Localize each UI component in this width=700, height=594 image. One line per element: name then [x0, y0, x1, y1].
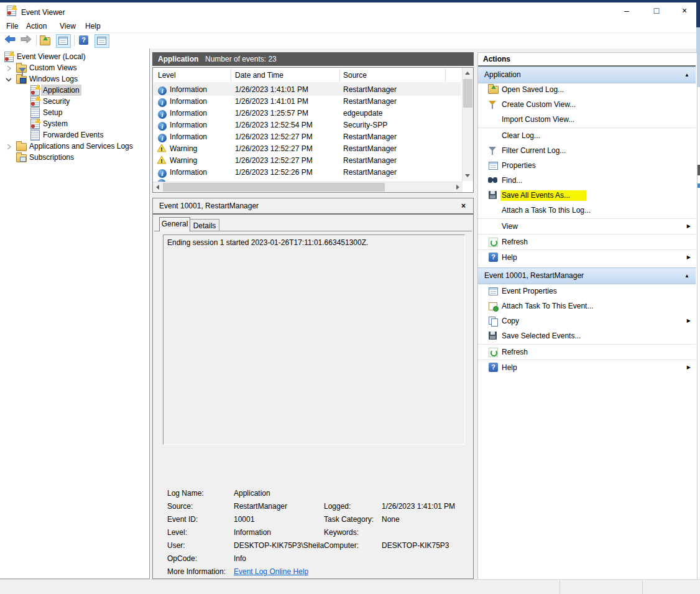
field-label: Log Name: — [167, 489, 204, 498]
action-create-custom-view[interactable]: Create Custom View... — [478, 97, 696, 112]
open-saved-log-icon[interactable] — [40, 34, 52, 47]
collapse-icon[interactable]: ▲ — [684, 67, 689, 83]
collapse-icon[interactable]: ▲ — [684, 268, 689, 284]
event-log-online-help-link[interactable]: Event Log Online Help — [234, 567, 308, 576]
tree-item-applications-services-logs[interactable]: Applications and Services Logs — [0, 141, 148, 152]
column-header-date-time[interactable]: Date and Time — [235, 68, 283, 83]
chevron-down-icon[interactable] — [5, 75, 11, 83]
action-save-all-events-as[interactable]: Save All Events As... — [478, 188, 696, 203]
events-vertical-scrollbar[interactable] — [462, 68, 473, 181]
event-row[interactable]: Information 1/26/2023 12:52:27 PM Restar… — [154, 131, 461, 143]
tree-item-security[interactable]: Security — [0, 96, 148, 107]
warning-icon: ! — [157, 146, 167, 154]
tree-item-windows-logs[interactable]: Windows Logs — [0, 73, 148, 85]
action-refresh-event[interactable]: Refresh — [478, 345, 696, 360]
properties-icon — [488, 286, 498, 296]
back-arrow-icon[interactable] — [4, 34, 16, 47]
action-event-properties[interactable]: Event Properties — [478, 284, 696, 299]
action-attach-task-to-log[interactable]: Attach a Task To this Log... — [478, 203, 696, 218]
field-label: Computer: — [324, 541, 359, 550]
chevron-right-icon[interactable] — [6, 64, 12, 72]
event-row[interactable]: Information 1/26/2023 12:52:54 PM Securi… — [154, 119, 461, 131]
column-separator[interactable] — [339, 69, 340, 81]
actions-section-application[interactable]: Application ▲ — [478, 67, 696, 83]
toolbar-separator — [74, 35, 75, 46]
tree-item-setup[interactable]: Setup — [0, 107, 148, 118]
menu-view[interactable]: View — [57, 21, 78, 32]
scroll-up-icon[interactable] — [465, 72, 470, 75]
chevron-right-icon[interactable] — [6, 142, 12, 150]
menu-help[interactable]: Help — [83, 21, 103, 32]
scrollbar-thumb[interactable] — [463, 79, 472, 108]
tree-item-forwarded-events[interactable]: Forwarded Events — [0, 129, 148, 141]
menu-file[interactable]: File — [4, 21, 21, 32]
action-open-saved-log[interactable]: Open Saved Log... — [478, 82, 696, 97]
submenu-arrow-icon: ▶ — [687, 219, 691, 234]
section-header-text: Application — [484, 67, 521, 83]
events-horizontal-scrollbar[interactable] — [153, 182, 463, 192]
save-icon — [488, 331, 498, 341]
window-title: Event Viewer — [21, 8, 65, 17]
field-label: More Information: — [167, 567, 226, 576]
event-description: Ending session 1 started 2023-01-26T17:1… — [167, 238, 368, 247]
action-help-event[interactable]: Help ▶ — [478, 360, 696, 375]
event-row[interactable]: Information 1/26/2023 12:52:26 PM Restar… — [154, 167, 461, 179]
forward-arrow-icon[interactable] — [20, 34, 32, 47]
tree-item-application[interactable]: Application — [0, 85, 148, 96]
actions-section-event[interactable]: Event 10001, RestartManager ▲ — [478, 267, 696, 284]
event-row[interactable]: ! Warning 1/26/2023 12:52:27 PM RestartM… — [154, 143, 461, 155]
action-find[interactable]: Find... — [478, 173, 696, 188]
minimize-button[interactable]: – — [613, 2, 640, 19]
action-save-selected-events[interactable]: Save Selected Events... — [478, 328, 696, 343]
close-button[interactable]: × — [671, 2, 698, 19]
tree-item-custom-views[interactable]: Custom Views — [0, 62, 148, 73]
actions-pane-title: Actions — [478, 53, 696, 67]
scroll-left-icon[interactable] — [156, 185, 159, 190]
event-description-box[interactable]: Ending session 1 started 2023-01-26T17:1… — [163, 234, 465, 445]
column-header-level[interactable]: Level — [158, 68, 176, 83]
action-filter-current-log[interactable]: Filter Current Log... — [478, 143, 696, 158]
toolbar — [0, 32, 696, 50]
tree-item-event-viewer-local[interactable]: Event Viewer (Local) — [0, 51, 148, 62]
action-copy[interactable]: Copy ▶ — [478, 313, 696, 328]
show-console-tree-icon[interactable] — [56, 34, 71, 48]
help-icon — [488, 253, 498, 262]
menu-action[interactable]: Action — [24, 21, 49, 32]
field-label: Task Category: — [324, 515, 374, 524]
column-separator[interactable] — [231, 69, 231, 81]
action-refresh[interactable]: Refresh — [478, 234, 696, 249]
action-view[interactable]: View ▶ — [478, 219, 696, 234]
tab-details[interactable]: Details — [190, 219, 219, 232]
show-action-pane-icon[interactable] — [94, 34, 109, 48]
events-count: Number of events: 23 — [205, 52, 277, 66]
event-log-icon — [30, 96, 40, 106]
field-value: 1/26/2023 1:41:01 PM — [382, 502, 455, 511]
save-icon — [488, 190, 498, 200]
event-log-plain-icon — [30, 108, 40, 118]
event-row[interactable]: Information 1/26/2023 1:41:01 PM Restart… — [154, 84, 461, 96]
tab-general[interactable]: General — [159, 217, 190, 231]
field-value: 10001 — [234, 515, 254, 524]
action-clear-log[interactable]: Clear Log... — [478, 128, 696, 143]
help-icon[interactable] — [78, 34, 90, 47]
event-row[interactable]: Information 1/26/2023 1:41:01 PM Restart… — [154, 96, 461, 108]
title-bar[interactable]: Event Viewer — [0, 2, 696, 19]
maximize-button[interactable]: □ — [643, 2, 670, 19]
tree-item-system[interactable]: System — [0, 118, 148, 129]
tree-item-subscriptions[interactable]: Subscriptions — [0, 152, 148, 163]
action-attach-task-to-event[interactable]: Attach Task To This Event... — [478, 299, 696, 313]
action-help[interactable]: Help ▶ — [478, 250, 696, 265]
action-properties[interactable]: Properties — [478, 158, 696, 173]
close-icon[interactable]: × — [461, 198, 466, 213]
event-detail-panel: Event 10001, RestartManager × General De… — [152, 198, 474, 579]
event-row[interactable]: ! Warning 1/26/2023 12:52:27 PM RestartM… — [154, 155, 461, 167]
scroll-down-icon[interactable] — [465, 174, 470, 177]
action-import-custom-view[interactable]: Import Custom View... — [478, 112, 696, 127]
column-separator[interactable] — [445, 69, 446, 81]
scrollbar-thumb[interactable] — [163, 183, 385, 192]
event-row[interactable]: Information 1/26/2023 1:25:57 PM edgeupd… — [154, 108, 461, 119]
scroll-right-icon[interactable] — [456, 185, 459, 190]
console-tree: Event Viewer (Local) Custom Views Window… — [0, 49, 150, 579]
filter-icon — [488, 146, 498, 155]
column-header-source[interactable]: Source — [343, 68, 367, 83]
